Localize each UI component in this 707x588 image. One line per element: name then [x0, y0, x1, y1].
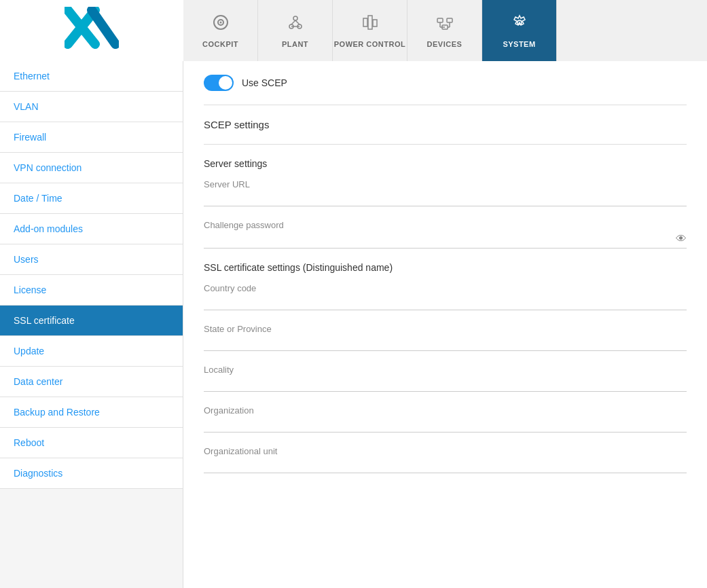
organizational-unit-row	[204, 459, 687, 473]
divider-scep	[204, 144, 687, 145]
organizational-unit-input[interactable]	[204, 459, 687, 470]
state-province-row	[204, 337, 687, 351]
nav-tabs: COCKPIT PLANT	[183, 0, 707, 61]
country-code-field: Country code	[204, 283, 687, 310]
sidebar-item-firewall[interactable]: Firewall	[0, 122, 183, 153]
sidebar-item-data-center-label: Data center	[14, 376, 62, 387]
divider-top	[204, 105, 687, 105]
challenge-password-row: 👁	[204, 233, 687, 249]
logo-icon	[65, 7, 119, 54]
sidebar-item-date-time[interactable]: Date / Time	[0, 183, 183, 214]
organizational-unit-field: Organizational unit	[204, 446, 687, 473]
country-code-label: Country code	[204, 283, 687, 293]
sidebar-item-ssl-certificate[interactable]: SSL certificate	[0, 306, 183, 336]
locality-row	[204, 378, 687, 392]
sidebar: Ethernet VLAN Firewall VPN connection Da…	[0, 61, 183, 588]
system-icon	[510, 13, 529, 36]
tab-cockpit[interactable]: COCKPIT	[183, 0, 258, 61]
state-province-label: State or Province	[204, 324, 687, 334]
eye-icon[interactable]: 👁	[676, 233, 687, 245]
sidebar-item-backup-restore-label: Backup and Restore	[14, 407, 100, 418]
state-province-field: State or Province	[204, 324, 687, 351]
organization-label: Organization	[204, 405, 687, 416]
plant-label: PLANT	[282, 40, 308, 48]
server-url-row	[204, 192, 687, 206]
sidebar-item-data-center[interactable]: Data center	[0, 367, 183, 397]
cockpit-icon	[211, 13, 230, 36]
challenge-password-label: Challenge password	[204, 220, 687, 230]
content-area: Use SCEP SCEP settings Server settings S…	[183, 61, 707, 588]
sidebar-item-diagnostics[interactable]: Diagnostics	[0, 458, 183, 489]
power-control-icon	[361, 13, 380, 36]
country-code-input[interactable]	[204, 296, 687, 307]
plant-icon	[286, 13, 305, 36]
sidebar-item-add-on-modules[interactable]: Add-on modules	[0, 214, 183, 244]
logo-area	[0, 0, 183, 61]
organization-row	[204, 418, 687, 433]
system-label: SYSTEM	[503, 40, 535, 48]
top-nav: COCKPIT PLANT	[0, 0, 707, 61]
locality-input[interactable]	[204, 378, 687, 388]
sidebar-item-vlan[interactable]: VLAN	[0, 92, 183, 122]
server-url-field: Server URL	[204, 179, 687, 206]
sidebar-item-license[interactable]: License	[0, 275, 183, 306]
svg-point-5	[219, 22, 221, 24]
sidebar-item-update[interactable]: Update	[0, 336, 183, 367]
tab-devices[interactable]: DEVICES	[407, 0, 482, 61]
sidebar-item-add-on-modules-label: Add-on modules	[14, 223, 83, 234]
svg-rect-15	[437, 18, 443, 22]
scep-settings-title: SCEP settings	[204, 119, 687, 130]
server-settings-title: Server settings	[204, 158, 687, 169]
toggle-thumb	[219, 76, 232, 90]
locality-field: Locality	[204, 365, 687, 392]
sidebar-item-backup-restore[interactable]: Backup and Restore	[0, 397, 183, 428]
svg-line-9	[291, 20, 295, 24]
svg-line-10	[295, 20, 300, 24]
locality-label: Locality	[204, 365, 687, 375]
sidebar-item-ssl-label: SSL certificate	[14, 315, 75, 326]
sidebar-item-vpn-connection[interactable]: VPN connection	[0, 153, 183, 183]
tab-system[interactable]: SYSTEM	[482, 0, 557, 61]
sidebar-item-license-label: License	[14, 284, 46, 295]
state-province-input[interactable]	[204, 337, 687, 348]
sidebar-item-update-label: Update	[14, 346, 44, 356]
devices-label: DEVICES	[427, 40, 463, 48]
svg-rect-13	[368, 16, 372, 29]
svg-point-8	[293, 16, 297, 20]
organization-input[interactable]	[204, 418, 687, 429]
use-scep-label: Use SCEP	[242, 77, 287, 88]
ssl-cert-settings-title: SSL certificate settings (Distinguished …	[204, 262, 687, 273]
power-control-label: POWER CONTROL	[334, 40, 406, 48]
sidebar-item-vlan-label: VLAN	[14, 101, 39, 112]
server-url-input[interactable]	[204, 192, 687, 203]
sidebar-item-ethernet-label: Ethernet	[14, 71, 50, 81]
sidebar-item-vpn-label: VPN connection	[14, 162, 81, 173]
svg-rect-16	[447, 18, 452, 22]
sidebar-item-firewall-label: Firewall	[14, 132, 46, 143]
main-layout: Ethernet VLAN Firewall VPN connection Da…	[0, 61, 707, 588]
sidebar-item-ethernet[interactable]: Ethernet	[0, 61, 183, 92]
sidebar-item-users-label: Users	[14, 254, 39, 265]
sidebar-item-reboot-label: Reboot	[14, 437, 44, 448]
sidebar-item-users[interactable]: Users	[0, 244, 183, 275]
devices-icon	[435, 13, 454, 36]
cockpit-label: COCKPIT	[202, 40, 238, 48]
organization-field: Organization	[204, 405, 687, 433]
organizational-unit-label: Organizational unit	[204, 446, 687, 456]
tab-power-control[interactable]: POWER CONTROL	[333, 0, 407, 61]
sidebar-item-date-time-label: Date / Time	[14, 193, 62, 204]
challenge-password-field: Challenge password 👁	[204, 220, 687, 249]
sidebar-item-diagnostics-label: Diagnostics	[14, 468, 62, 479]
svg-rect-14	[373, 20, 377, 26]
challenge-password-input[interactable]	[204, 234, 676, 244]
tab-plant[interactable]: PLANT	[258, 0, 333, 61]
svg-rect-12	[363, 18, 367, 26]
use-scep-toggle[interactable]	[204, 75, 234, 91]
server-url-label: Server URL	[204, 179, 687, 189]
country-code-row	[204, 296, 687, 310]
use-scep-row: Use SCEP	[204, 75, 687, 91]
sidebar-item-reboot[interactable]: Reboot	[0, 428, 183, 458]
